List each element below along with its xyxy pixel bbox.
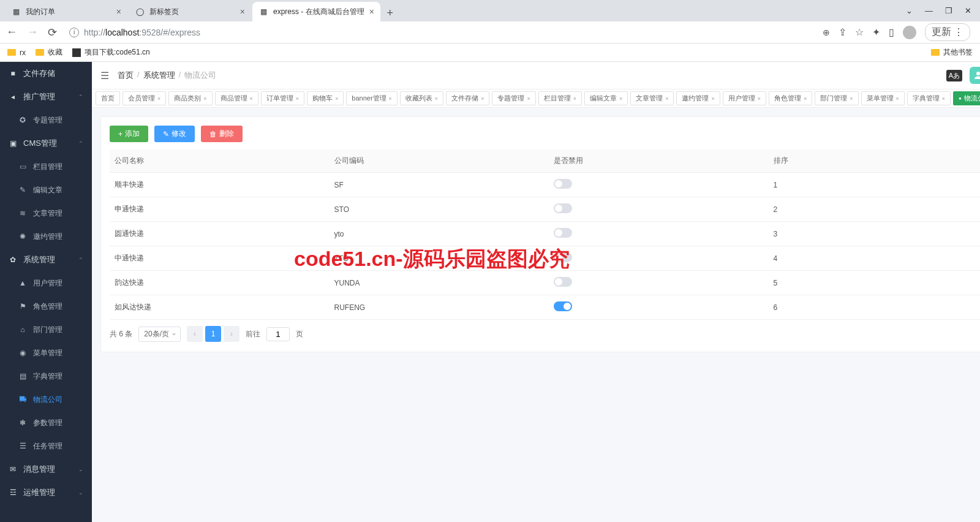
close-icon[interactable]: × — [157, 96, 160, 102]
close-icon[interactable]: × — [942, 96, 945, 102]
close-icon[interactable]: × — [369, 7, 374, 17]
tag-tab[interactable]: 首页 — [96, 91, 120, 105]
sidebar-item[interactable]: ✪专题管理 — [0, 108, 92, 132]
delete-button[interactable]: 🗑 删除 — [201, 126, 243, 142]
breadcrumb-section[interactable]: 系统管理 — [143, 70, 175, 81]
close-icon[interactable]: × — [435, 96, 438, 102]
sidebar-item[interactable]: ▲用户管理 — [0, 271, 92, 295]
profile-avatar-icon[interactable] — [903, 26, 916, 39]
tag-tab[interactable]: 订单管理 × — [261, 91, 304, 105]
sidebar-item[interactable]: ☲运维管理⌄ — [0, 481, 92, 504]
sidebar-item[interactable]: ◂推广管理⌃ — [0, 85, 92, 108]
tag-tab[interactable]: 角色管理 × — [769, 91, 812, 105]
search-in-page-icon[interactable]: ⊕ — [823, 28, 830, 37]
sidebar-item[interactable]: ✎编辑文章 — [0, 178, 92, 202]
sidebar-item[interactable]: ✺邀约管理 — [0, 225, 92, 248]
bookmark-download[interactable]: 项目下载:code51.cn — [72, 47, 150, 58]
close-icon[interactable]: × — [116, 7, 121, 17]
tag-tab[interactable]: 编辑文章 × — [584, 91, 628, 105]
close-icon[interactable]: × — [573, 96, 576, 102]
toggle-switch[interactable] — [554, 228, 572, 238]
close-window-icon[interactable]: ✕ — [965, 6, 971, 15]
sidebar-item[interactable]: ☰任务管理 — [0, 434, 92, 458]
breadcrumb-home[interactable]: 首页 — [118, 70, 134, 81]
close-icon[interactable]: × — [850, 96, 853, 102]
toggle-switch[interactable] — [554, 179, 572, 189]
forward-icon[interactable]: → — [27, 26, 38, 39]
close-icon[interactable]: × — [250, 96, 253, 102]
toggle-switch[interactable] — [554, 252, 572, 262]
back-icon[interactable]: ← — [6, 26, 17, 39]
toggle-switch[interactable] — [554, 203, 572, 213]
prev-page-button[interactable]: ‹ — [187, 326, 203, 342]
next-page-button[interactable]: › — [224, 326, 239, 342]
browser-tab-0[interactable]: ▦ 我的订单 × — [5, 2, 127, 21]
browser-tab-1[interactable]: ◯ 新标签页 × — [129, 2, 251, 21]
browser-tab-2[interactable]: ▦ express - 在线商城后台管理 × — [252, 2, 380, 21]
sidebar-item[interactable]: ❃参数管理 — [0, 411, 92, 434]
tag-tab[interactable]: 收藏列表 × — [400, 91, 443, 105]
tag-tab[interactable]: 专题管理 × — [492, 91, 535, 105]
close-icon[interactable]: × — [389, 96, 392, 102]
tag-tab[interactable]: 邀约管理 × — [676, 91, 720, 105]
bookmark-other[interactable]: 其他书签 — [931, 47, 973, 58]
toggle-switch[interactable] — [554, 301, 572, 311]
close-icon[interactable]: × — [481, 96, 484, 102]
close-icon[interactable]: × — [665, 96, 668, 102]
close-icon[interactable]: × — [296, 96, 299, 102]
sidebar-item[interactable]: ■文件存储 — [0, 62, 92, 85]
sidebar-item[interactable]: ✿系统管理⌃ — [0, 248, 92, 271]
minimize-icon[interactable]: — — [925, 6, 933, 15]
tag-tab[interactable]: 商品管理 × — [215, 91, 258, 105]
tag-tab[interactable]: 部门管理 × — [815, 91, 858, 105]
tag-tab[interactable]: banner管理 × — [346, 91, 398, 105]
table-row[interactable]: 韵达快递 YUNDA 5 — [110, 271, 980, 295]
side-panel-icon[interactable]: ▯ — [889, 26, 894, 38]
close-icon[interactable]: × — [758, 96, 761, 102]
extensions-icon[interactable]: ✦ — [872, 26, 880, 38]
close-icon[interactable]: × — [527, 96, 530, 102]
sidebar-item[interactable]: ◉菜单管理 — [0, 341, 92, 365]
info-icon[interactable]: i — [69, 28, 79, 37]
sidebar-item[interactable]: ✉消息管理⌄ — [0, 458, 92, 481]
user-avatar[interactable] — [970, 67, 980, 84]
tag-tab[interactable]: ● 物流公司 × — [953, 91, 980, 105]
edit-button[interactable]: ✎ 修改 — [154, 126, 195, 142]
bookmark-rx[interactable]: rx — [7, 48, 26, 57]
tag-tab[interactable]: 文件存储 × — [446, 91, 489, 105]
caret-down-icon[interactable]: ⌄ — [906, 6, 913, 15]
tag-tab[interactable]: 商品类别 × — [168, 91, 212, 105]
tag-tab[interactable]: 文章管理 × — [630, 91, 674, 105]
close-icon[interactable]: × — [203, 96, 206, 102]
page-size-select[interactable]: 20条/页 — [138, 327, 181, 342]
page-number[interactable]: 1 — [205, 326, 221, 342]
table-row[interactable]: 圆通快递 yto 3 — [110, 222, 980, 246]
reload-icon[interactable]: ⟳ — [48, 26, 57, 39]
close-icon[interactable]: × — [896, 96, 899, 102]
close-icon[interactable]: × — [804, 96, 807, 102]
sidebar-item[interactable]: ▣CMS管理⌃ — [0, 132, 92, 155]
goto-page-input[interactable] — [266, 327, 290, 341]
table-row[interactable]: 中通快递 ZTO 4 — [110, 246, 980, 271]
tag-tab[interactable]: 会员管理 × — [123, 91, 166, 105]
tag-tab[interactable]: 栏目管理 × — [538, 91, 582, 105]
toggle-switch[interactable] — [554, 277, 572, 287]
tag-tab[interactable]: 字典管理 × — [907, 91, 951, 105]
maximize-icon[interactable]: ❐ — [945, 6, 952, 15]
sidebar-item[interactable]: ≋文章管理 — [0, 202, 92, 225]
sidebar-item[interactable]: ▤字典管理 — [0, 365, 92, 388]
new-tab-button[interactable]: + — [382, 4, 399, 21]
bookmark-fav[interactable]: 收藏 — [36, 47, 62, 58]
add-button[interactable]: + 添加 — [110, 126, 148, 142]
close-icon[interactable]: × — [619, 96, 622, 102]
sidebar-item[interactable]: ▭栏目管理 — [0, 155, 92, 178]
share-icon[interactable]: ⇪ — [839, 26, 846, 38]
table-row[interactable]: 如风达快递 RUFENG 6 — [110, 295, 980, 320]
menu-toggle-icon[interactable]: ☰ — [100, 70, 109, 81]
sidebar-item[interactable]: ⛟物流公司 — [0, 388, 92, 411]
tag-tab[interactable]: 菜单管理 × — [861, 91, 905, 105]
table-row[interactable]: 顺丰快递 SF 1 — [110, 173, 980, 197]
close-icon[interactable]: × — [240, 7, 245, 17]
bookmark-star-icon[interactable]: ☆ — [855, 26, 864, 38]
address-bar[interactable]: i http://localhost:9528/#/express — [63, 28, 816, 37]
